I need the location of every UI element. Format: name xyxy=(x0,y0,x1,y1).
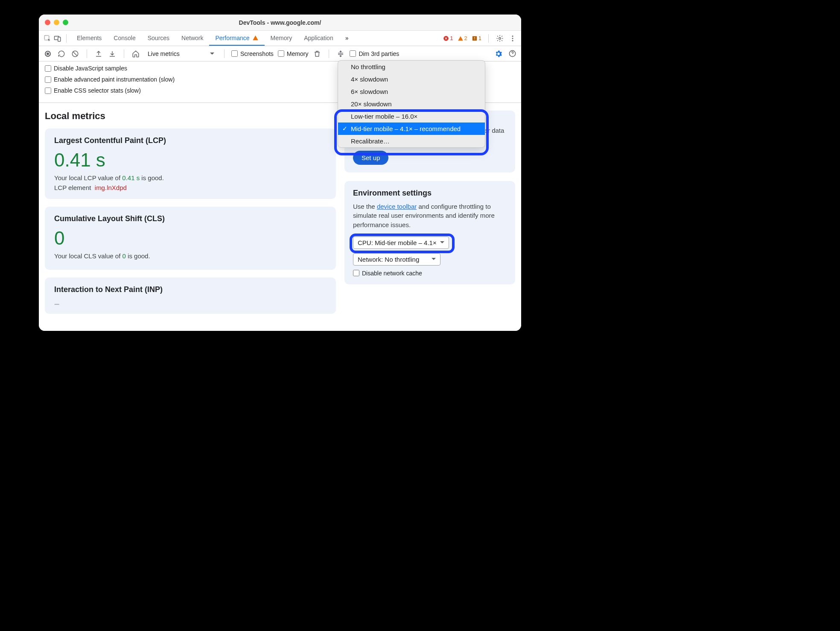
left-column: Local metrics Largest Contentful Paint (… xyxy=(45,111,336,321)
cls-title: Cumulative Layout Shift (CLS) xyxy=(54,214,327,223)
divider xyxy=(329,50,329,58)
env-cpu-select[interactable]: CPU: Mid-tier mobile – 4.1× xyxy=(353,237,449,249)
memory-input[interactable] xyxy=(278,50,284,57)
env-desc-prefix: Use the xyxy=(353,203,377,210)
tab-sources[interactable]: Sources xyxy=(142,31,175,46)
env-card: Environment settings Use the device tool… xyxy=(344,181,515,284)
settings-left-col: Disable JavaScript samples Enable advanc… xyxy=(45,65,175,95)
enable-css-checkbox[interactable]: Enable CSS selector stats (slow) xyxy=(45,87,175,94)
upload-button[interactable] xyxy=(94,49,103,58)
enable-paint-checkbox[interactable]: Enable advanced paint instrumentation (s… xyxy=(45,76,175,83)
svg-point-8 xyxy=(512,40,513,41)
enable-css-label: Enable CSS selector stats (slow) xyxy=(54,87,141,94)
cls-desc-prefix: Your local CLS value of xyxy=(54,252,122,260)
inspect-icon[interactable] xyxy=(43,34,52,43)
issues-badge[interactable]: 1 xyxy=(472,35,481,41)
screenshots-checkbox[interactable]: Screenshots xyxy=(231,50,274,57)
memory-label: Memory xyxy=(287,50,309,57)
tabbar: Elements Console Sources Network Perform… xyxy=(39,31,521,46)
maximize-icon[interactable] xyxy=(63,20,68,25)
env-device-link[interactable]: device toolbar xyxy=(377,203,417,210)
reload-button[interactable] xyxy=(57,49,66,58)
disable-js-input[interactable] xyxy=(45,65,51,72)
screenshots-input[interactable] xyxy=(231,50,238,57)
throttle-option-none[interactable]: No throttling xyxy=(338,61,485,73)
cls-card: Cumulative Layout Shift (CLS) 0 Your loc… xyxy=(45,207,336,270)
local-metrics-heading: Local metrics xyxy=(45,111,336,122)
dim-input[interactable] xyxy=(350,50,356,57)
kebab-icon[interactable] xyxy=(508,34,517,43)
perf-toolbar: Live metrics Screenshots Memory Dim 3rd … xyxy=(39,46,521,61)
cls-desc-value: 0 xyxy=(122,252,126,260)
collapse-button[interactable] xyxy=(336,49,345,58)
svg-point-6 xyxy=(512,35,513,37)
divider xyxy=(124,50,124,58)
help-icon[interactable] xyxy=(508,49,517,58)
disable-cache-checkbox[interactable]: Disable network cache xyxy=(353,270,507,277)
metrics-select[interactable]: Live metrics xyxy=(145,49,217,58)
tab-application[interactable]: Application xyxy=(298,31,339,46)
throttle-option-recalibrate[interactable]: Recalibrate… xyxy=(338,135,485,147)
clear-button[interactable] xyxy=(70,49,80,58)
lcp-element-row: LCP element img.lnXdpd xyxy=(54,184,327,191)
inp-title: Interaction to Next Paint (INP) xyxy=(54,285,327,294)
cls-desc-suffix: is good. xyxy=(126,252,150,260)
settings-icon[interactable] xyxy=(496,34,504,43)
tab-memory[interactable]: Memory xyxy=(265,31,298,46)
inp-value: – xyxy=(54,298,327,310)
screenshots-label: Screenshots xyxy=(240,50,274,57)
tab-performance-label: Performance xyxy=(215,35,249,41)
error-count: 1 xyxy=(450,35,453,41)
env-network-select[interactable]: Network: No throttling xyxy=(353,253,440,266)
lcp-element-code[interactable]: img.lnXdpd xyxy=(95,184,127,191)
throttle-option-mid-tier[interactable]: Mid-tier mobile – 4.1× – recommended xyxy=(338,123,485,135)
enable-paint-input[interactable] xyxy=(45,76,51,83)
tab-elements[interactable]: Elements xyxy=(71,31,108,46)
download-button[interactable] xyxy=(108,49,117,58)
dim-label: Dim 3rd parties xyxy=(359,50,399,57)
error-badge[interactable]: 1 xyxy=(443,35,453,41)
traffic-lights xyxy=(45,20,68,25)
throttle-option-4x[interactable]: 4× slowdown xyxy=(338,73,485,85)
inp-card: Interaction to Next Paint (INP) – xyxy=(45,278,336,314)
record-button[interactable] xyxy=(43,49,52,58)
home-button[interactable] xyxy=(131,49,140,58)
lcp-desc: Your local LCP value of 0.41 s is good. xyxy=(54,174,327,181)
lcp-title: Largest Contentful Paint (LCP) xyxy=(54,136,327,145)
lcp-element-label: LCP element xyxy=(54,184,91,191)
gc-button[interactable] xyxy=(312,49,322,58)
disable-cache-input[interactable] xyxy=(353,270,359,276)
minimize-icon[interactable] xyxy=(54,20,59,25)
close-icon[interactable] xyxy=(45,20,50,25)
tabbar-right: 1 2 1 xyxy=(443,34,517,43)
capture-settings: Disable JavaScript samples Enable advanc… xyxy=(39,61,521,103)
device-toolbar-icon[interactable] xyxy=(53,34,62,43)
dim-checkbox[interactable]: Dim 3rd parties xyxy=(350,50,399,57)
throttle-option-20x[interactable]: 20× slowdown xyxy=(338,98,485,110)
setup-button[interactable]: Set up xyxy=(353,151,388,165)
window-title: DevTools - www.google.com/ xyxy=(39,19,521,26)
enable-css-input[interactable] xyxy=(45,88,51,94)
tab-network[interactable]: Network xyxy=(175,31,209,46)
cls-desc: Your local CLS value of 0 is good. xyxy=(54,252,327,260)
throttle-option-6x[interactable]: 6× slowdown xyxy=(338,85,485,98)
issues-count: 1 xyxy=(478,35,481,41)
warning-count: 2 xyxy=(464,35,467,41)
tab-console[interactable]: Console xyxy=(108,31,141,46)
lcp-desc-suffix: is good. xyxy=(140,174,164,181)
warning-badge[interactable]: 2 xyxy=(458,35,467,41)
lcp-desc-value: 0.41 s xyxy=(122,174,140,181)
memory-checkbox[interactable]: Memory xyxy=(278,50,309,57)
tab-more[interactable]: » xyxy=(339,31,355,46)
disable-js-checkbox[interactable]: Disable JavaScript samples xyxy=(45,65,175,72)
env-heading: Environment settings xyxy=(353,189,507,198)
tab-performance[interactable]: Performance xyxy=(209,31,264,46)
perf-settings-icon[interactable] xyxy=(494,49,503,58)
cpu-throttling-dropdown[interactable]: No throttling 4× slowdown 6× slowdown 20… xyxy=(338,60,485,148)
divider xyxy=(66,34,67,43)
disable-cache-label: Disable network cache xyxy=(362,270,422,277)
lcp-value: 0.41 s xyxy=(54,149,327,171)
cls-value: 0 xyxy=(54,228,327,249)
throttle-option-low-tier[interactable]: Low-tier mobile – 16.0× xyxy=(338,110,485,123)
divider xyxy=(488,34,489,43)
